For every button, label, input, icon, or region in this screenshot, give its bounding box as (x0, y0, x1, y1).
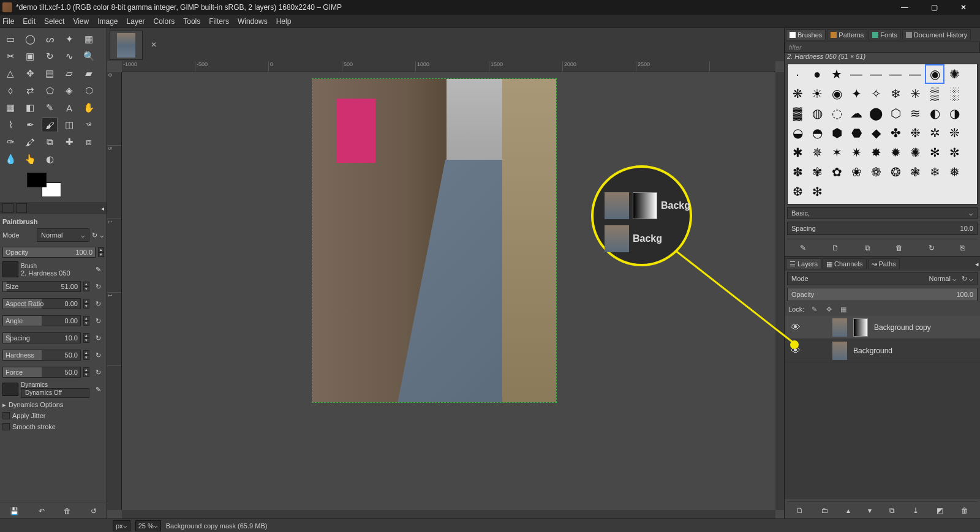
tool-crop[interactable]: ✂ (2, 49, 18, 64)
layers-menu-icon[interactable]: ◂ (975, 260, 979, 268)
tool-perspective-clone[interactable]: ⧈ (81, 135, 97, 149)
spacing-reset[interactable]: ↻ (92, 334, 104, 342)
mask-icon[interactable]: ◩ (937, 506, 943, 515)
device-status-tab[interactable] (16, 203, 27, 213)
menu-windows[interactable]: Windows (238, 17, 268, 26)
tool-ellipse-select[interactable]: ◯ (22, 32, 38, 47)
tool-paintbrush[interactable]: 🖌 (42, 118, 58, 132)
tool-color-picker[interactable]: ✋ (81, 100, 97, 115)
layer-thumbnail[interactable] (832, 318, 847, 337)
tool-unified-transform[interactable]: ▣ (22, 49, 38, 64)
menu-view[interactable]: View (73, 17, 89, 26)
duplicate-brush-icon[interactable]: ⧉ (865, 244, 870, 252)
tab-fonts[interactable]: Fonts (869, 29, 901, 40)
restore-preset-icon[interactable]: ↶ (39, 507, 45, 515)
horizontal-scrollbar[interactable] (122, 510, 775, 519)
tool-bucket-fill[interactable]: ▦ (2, 100, 18, 115)
layer-mode-select[interactable]: Normal ⌵ (929, 275, 957, 283)
menu-layer[interactable]: Layer (127, 17, 145, 26)
delete-brush-icon[interactable]: 🗑 (895, 244, 903, 252)
color-swatches[interactable] (27, 173, 61, 197)
dynamics-options-expand[interactable]: ▸Dynamics Options (2, 399, 104, 410)
image-tab[interactable] (110, 31, 143, 60)
brush-spacing-slider[interactable]: Spacing10.0 (787, 222, 978, 235)
tool-free-select[interactable]: ᔕ (42, 32, 58, 47)
tab-brushes[interactable]: Brushes (786, 29, 826, 40)
tool-paths[interactable]: ⌇ (2, 118, 18, 132)
menu-select[interactable]: Select (44, 17, 64, 26)
merge-down-icon[interactable]: ⤓ (913, 506, 919, 515)
close-tab-icon[interactable]: ✕ (146, 37, 161, 52)
hardness-slider[interactable]: Hardness 50.0 (2, 350, 81, 361)
dynamics-editor-icon[interactable]: ✎ (92, 386, 104, 394)
size-reset[interactable]: ↻ (92, 283, 104, 291)
tab-patterns[interactable]: Patterns (827, 29, 867, 40)
brush-mode-select[interactable]: Basic,⌵ (787, 207, 978, 219)
force-slider[interactable]: Force 50.0 (2, 367, 81, 378)
menu-filters[interactable]: Filters (209, 17, 229, 26)
tool-cage[interactable]: ⬠ (42, 83, 58, 98)
layer-mask-thumbnail[interactable] (853, 318, 868, 337)
new-layer-group-icon[interactable]: 🗀 (821, 506, 829, 515)
close-button[interactable]: ✕ (949, 0, 978, 15)
new-brush-icon[interactable]: 🗋 (832, 244, 839, 252)
hardness-reset[interactable]: ↻ (92, 351, 104, 359)
tool-rotate[interactable]: ↻ (42, 49, 58, 64)
tool-ink[interactable]: ✑ (2, 135, 18, 149)
duplicate-layer-icon[interactable]: ⧉ (889, 506, 895, 515)
units-select[interactable]: px ⌵ (113, 520, 130, 531)
menu-image[interactable]: Image (97, 17, 118, 26)
vertical-ruler[interactable]: 0511 (107, 72, 122, 510)
delete-preset-icon[interactable]: 🗑 (64, 507, 71, 515)
aspect-reset[interactable]: ↻ (92, 300, 104, 308)
tool-text[interactable]: A (61, 100, 77, 115)
brush-preview[interactable] (2, 261, 18, 277)
layer-name[interactable]: Background copy (874, 323, 931, 332)
menu-file[interactable]: File (2, 17, 14, 26)
reset-preset-icon[interactable]: ↺ (91, 507, 97, 515)
lock-pixels-icon[interactable]: ✎ (809, 304, 819, 314)
angle-reset[interactable]: ↻ (92, 317, 104, 325)
visibility-toggle[interactable]: 👁 (790, 322, 802, 333)
tool-eraser[interactable]: ◫ (61, 118, 77, 132)
tab-layers[interactable]: ☰Layers (786, 258, 821, 269)
angle-slider[interactable]: Angle 0.00 (2, 315, 81, 326)
layer-row[interactable]: 👁 Background copy (785, 316, 980, 339)
tool-align[interactable]: ▤ (42, 66, 58, 81)
tool-handle-transform[interactable]: ◈ (61, 83, 77, 98)
zoom-select[interactable]: 25 % ⌵ (135, 520, 161, 531)
tab-paths[interactable]: ↝Paths (868, 258, 900, 269)
tool-blur[interactable]: 💧 (2, 152, 18, 167)
tool-measure[interactable]: △ (2, 66, 18, 81)
menu-help[interactable]: Help (276, 17, 292, 26)
tool-airbrush[interactable]: ༄ (81, 118, 97, 132)
dynamics-icon[interactable] (2, 383, 18, 396)
apply-jitter-check[interactable]: Apply Jitter (2, 410, 104, 421)
layer-thumbnail[interactable] (832, 342, 847, 360)
mode-reset[interactable]: ↻ ⌵ (92, 231, 104, 239)
tool-move[interactable]: ✥ (22, 66, 38, 81)
maximize-button[interactable]: ▢ (920, 0, 948, 15)
horizontal-ruler[interactable]: -1000-50005001000150020002500 (122, 61, 775, 72)
aspect-slider[interactable]: Aspect Ratio 0.00 (2, 298, 81, 309)
tool-mypaint[interactable]: 🖍 (22, 135, 38, 149)
tool-pen[interactable]: ✒ (22, 118, 38, 132)
spacing-slider[interactable]: Spacing 10.0 (2, 332, 81, 343)
tool-heal[interactable]: ✚ (61, 135, 77, 149)
layer-row[interactable]: 👁 Background (785, 339, 980, 362)
opacity-slider[interactable]: Opacity 100.0 (2, 247, 96, 258)
tool-flip[interactable]: ⇄ (22, 83, 38, 98)
tool-options-tab[interactable] (2, 203, 13, 213)
tool-gradient[interactable]: ◧ (22, 100, 38, 115)
tab-menu-icon[interactable]: ◂ (101, 205, 104, 212)
canvas[interactable] (122, 72, 775, 510)
menu-colors[interactable]: Colors (154, 17, 175, 26)
brush-filter-input[interactable]: filter (785, 42, 980, 53)
tool-3d-transform[interactable]: ⬡ (81, 83, 97, 98)
smooth-stroke-check[interactable]: Smooth stroke (2, 421, 104, 432)
lower-layer-icon[interactable]: ▾ (868, 506, 872, 515)
save-preset-icon[interactable]: 💾 (10, 507, 19, 515)
tool-clone[interactable]: ⧉ (42, 135, 58, 149)
tool-shear[interactable]: ▰ (81, 66, 97, 81)
layer-opacity-value[interactable]: 100.0 (956, 291, 973, 298)
